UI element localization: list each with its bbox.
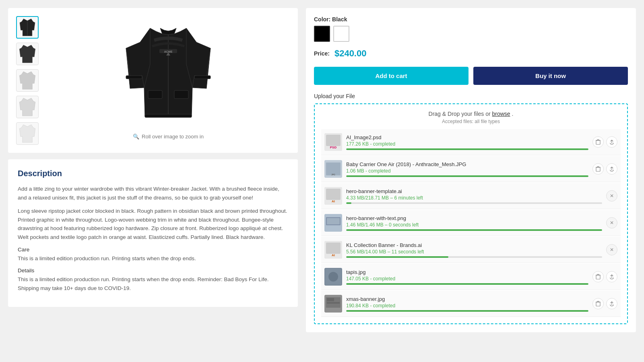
file-actions bbox=[592, 298, 617, 309]
progress-bar-fill bbox=[346, 256, 448, 258]
left-panel: ACME bbox=[8, 8, 298, 332]
file-delete-button[interactable] bbox=[592, 298, 604, 309]
progress-bar-fill bbox=[346, 310, 588, 312]
file-thumbnail: PSD bbox=[324, 133, 342, 151]
svg-rect-8 bbox=[145, 114, 192, 117]
file-info: KL Collection Banner - Brands.ai 5.56 MB… bbox=[346, 242, 602, 258]
file-actions: ✕ bbox=[606, 217, 617, 228]
file-item: xmas-banner.jpg 190.84 KB - completed bbox=[321, 291, 621, 317]
zoom-icon: 🔍 bbox=[133, 134, 139, 140]
thumbnail-2[interactable] bbox=[16, 43, 39, 65]
file-actions bbox=[592, 163, 617, 175]
color-swatches bbox=[314, 26, 628, 42]
svg-rect-5 bbox=[174, 90, 188, 99]
thumbnail-list bbox=[16, 16, 40, 145]
file-status: 4.33 MB/218.71 MB – 6 minutes left bbox=[346, 195, 602, 201]
svg-rect-4 bbox=[148, 90, 162, 99]
progress-bar bbox=[346, 202, 602, 204]
file-list: PSD AI_Image2.psd 177.26 KB - completed bbox=[321, 129, 621, 317]
main-image-area: ACME bbox=[47, 16, 290, 145]
file-item: AI hero-banner-template.ai 4.33 MB/218.7… bbox=[321, 183, 621, 209]
drop-hint-text: Drag & Drop your files or bbox=[429, 111, 491, 117]
file-name: KL Collection Banner - Brands.ai bbox=[346, 242, 602, 248]
main-jacket: ACME bbox=[112, 16, 225, 129]
progress-bar bbox=[346, 256, 602, 258]
file-info: hero-banner-with-text.png 1.46 MB/1.46 M… bbox=[346, 215, 602, 231]
color-label: Color: Black bbox=[314, 16, 628, 23]
file-name: AI_Image2.psd bbox=[346, 134, 588, 140]
file-item: tapis.jpg 147.05 KB - completed bbox=[321, 264, 621, 290]
file-actions bbox=[592, 136, 617, 148]
price-label: Price: bbox=[314, 50, 330, 57]
file-cancel-button[interactable]: ✕ bbox=[606, 217, 617, 228]
file-delete-button[interactable] bbox=[592, 136, 604, 148]
file-thumbnail bbox=[324, 214, 342, 232]
file-item: hero-banner-with-text.png 1.46 MB/1.46 M… bbox=[321, 210, 621, 236]
file-item: PSD AI_Image2.psd 177.26 KB - completed bbox=[321, 129, 621, 155]
file-reupload-button[interactable] bbox=[606, 271, 617, 282]
file-info: AI_Image2.psd 177.26 KB - completed bbox=[346, 134, 588, 150]
svg-rect-12 bbox=[596, 140, 600, 144]
progress-bar-fill bbox=[346, 175, 588, 177]
file-actions bbox=[592, 271, 617, 282]
file-info: xmas-banner.jpg 190.84 KB - completed bbox=[346, 296, 588, 312]
svg-text:PSD: PSD bbox=[330, 146, 337, 149]
svg-text:JPG: JPG bbox=[331, 173, 335, 176]
upload-section-label: Upload your File bbox=[314, 93, 628, 99]
progress-bar bbox=[346, 283, 588, 285]
svg-rect-6 bbox=[126, 76, 142, 79]
file-delete-button[interactable] bbox=[592, 271, 604, 282]
action-buttons: Add to cart Buy it now bbox=[314, 67, 628, 85]
file-actions: ✕ bbox=[606, 244, 617, 255]
file-name: Baby Carrier One Air (2018) - Anthracite… bbox=[346, 161, 588, 167]
file-info: Baby Carrier One Air (2018) - Anthracite… bbox=[346, 161, 588, 177]
progress-bar-fill bbox=[346, 283, 588, 285]
thumbnail-1[interactable] bbox=[16, 16, 39, 39]
file-reupload-button[interactable] bbox=[606, 136, 617, 148]
svg-text:AI: AI bbox=[332, 200, 335, 203]
description-title: Description bbox=[18, 169, 288, 178]
progress-bar-fill bbox=[346, 202, 351, 204]
file-thumbnail: AI bbox=[324, 187, 342, 205]
progress-bar bbox=[346, 148, 588, 150]
svg-text:AI: AI bbox=[332, 253, 335, 257]
file-status: 177.26 KB - completed bbox=[346, 141, 588, 147]
file-name: xmas-banner.jpg bbox=[346, 296, 588, 302]
thumbnail-4[interactable] bbox=[16, 96, 39, 118]
product-actions-section: Color: Black Price: $240.00 Add to cart … bbox=[306, 8, 636, 332]
jacket-main-image: ACME bbox=[116, 16, 221, 129]
price-value: $240.00 bbox=[334, 48, 367, 59]
care-text: This is a limited edition production run… bbox=[18, 254, 288, 263]
browse-link[interactable]: browse bbox=[492, 111, 510, 117]
add-to-cart-button[interactable]: Add to cart bbox=[314, 67, 469, 85]
upload-drop-area[interactable]: Drag & Drop your files or browse . Accep… bbox=[314, 103, 628, 324]
svg-point-36 bbox=[328, 272, 338, 282]
color-section: Color: Black bbox=[314, 16, 628, 42]
description-para2: Long sleeve ripstop jacket color blocked… bbox=[18, 207, 288, 241]
svg-rect-26 bbox=[326, 189, 341, 200]
accepted-files-text: Accepted files: all file types bbox=[321, 119, 621, 124]
file-status: 190.84 KB - completed bbox=[346, 303, 588, 309]
file-reupload-button[interactable] bbox=[606, 298, 617, 309]
zoom-text: Roll over image to zoom in bbox=[142, 134, 204, 140]
svg-rect-46 bbox=[596, 302, 600, 306]
color-swatch-black[interactable] bbox=[314, 26, 330, 42]
file-reupload-button[interactable] bbox=[606, 163, 617, 175]
file-status: 5.56 MB/14.00 MB – 11 seconds left bbox=[346, 249, 602, 255]
description-section: Description Add a little zing to your wi… bbox=[8, 159, 298, 307]
file-status: 1.46 MB/1.46 MB – 0 seconds left bbox=[346, 222, 602, 228]
drop-suffix: . bbox=[512, 111, 514, 117]
thumbnail-3[interactable] bbox=[16, 69, 39, 92]
color-swatch-white[interactable] bbox=[333, 26, 349, 42]
file-delete-button[interactable] bbox=[592, 163, 604, 175]
file-cancel-button[interactable]: ✕ bbox=[606, 190, 617, 202]
buy-it-now-button[interactable]: Buy it now bbox=[473, 67, 628, 85]
svg-rect-10 bbox=[326, 135, 341, 146]
file-cancel-button[interactable]: ✕ bbox=[606, 244, 617, 255]
svg-rect-44 bbox=[327, 298, 334, 301]
file-actions: ✕ bbox=[606, 190, 617, 202]
thumbnail-5[interactable] bbox=[16, 122, 39, 145]
price-section: Price: $240.00 bbox=[314, 48, 628, 59]
file-status: 147.05 KB - completed bbox=[346, 276, 588, 282]
description-para1: Add a little zing to your winter wardrob… bbox=[18, 185, 288, 202]
